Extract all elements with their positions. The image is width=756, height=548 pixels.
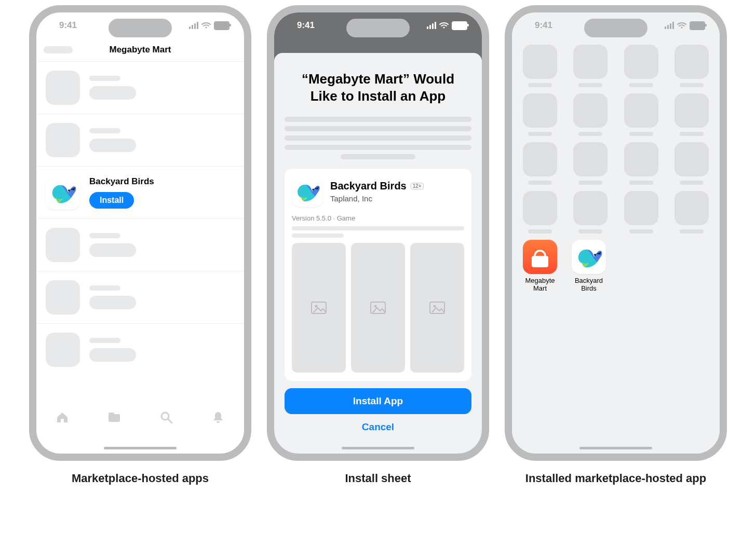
- home-icon[interactable]: [55, 410, 70, 424]
- status-time: 9:41: [297, 20, 315, 31]
- install-app-button[interactable]: Install App: [285, 388, 471, 414]
- app-icon-placeholder: [46, 333, 80, 367]
- app-placeholder[interactable]: [519, 191, 561, 234]
- app-list[interactable]: Backyard Birds Install: [36, 62, 244, 376]
- megabyte-mart-icon: [523, 240, 557, 274]
- caption: Marketplace-hosted apps: [72, 471, 209, 486]
- nav-title: Megabyte Mart: [109, 45, 171, 55]
- app-icon-placeholder: [46, 71, 80, 105]
- age-rating-badge: 12+: [411, 183, 424, 189]
- screenshot-carousel[interactable]: [292, 243, 464, 373]
- nav-bar: Megabyte Mart: [36, 38, 244, 62]
- app-icon-placeholder: [46, 123, 80, 157]
- backyard-birds-icon: [46, 175, 80, 210]
- home-indicator[interactable]: [342, 447, 414, 449]
- status-time: 9:41: [59, 20, 77, 31]
- list-item[interactable]: [36, 271, 244, 324]
- cancel-button[interactable]: Cancel: [285, 414, 471, 433]
- app-placeholder[interactable]: [620, 142, 662, 185]
- install-sheet: “Megabyte Mart” Would Like to Install an…: [274, 53, 482, 454]
- battery-icon: [452, 21, 467, 30]
- battery-icon: [690, 21, 705, 30]
- notifications-icon[interactable]: [211, 410, 225, 424]
- app-label: Backyard Birds: [568, 277, 610, 293]
- list-item[interactable]: [36, 324, 244, 376]
- signal-icon: [189, 22, 198, 29]
- list-item[interactable]: [36, 114, 244, 167]
- dynamic-island: [584, 19, 647, 37]
- caption: Install sheet: [345, 471, 411, 486]
- app-placeholder[interactable]: [671, 45, 712, 87]
- search-icon[interactable]: [159, 410, 173, 424]
- app-icon-placeholder: [46, 280, 80, 314]
- app-icon-placeholder: [46, 228, 80, 262]
- list-item[interactable]: [36, 219, 244, 271]
- sheet-title: “Megabyte Mart” Would Like to Install an…: [290, 71, 466, 104]
- publisher-label: Tapland, Inc: [330, 194, 464, 203]
- phone-home-screen: 9:41: [505, 5, 727, 461]
- phone-marketplace: 9:41 Megabyte Mart Backyard Birds: [29, 5, 251, 461]
- signal-icon: [427, 22, 436, 29]
- app-placeholder[interactable]: [671, 93, 712, 136]
- phone-install-sheet: 9:41 “Megabyte Mart” Would Like to Insta…: [267, 5, 489, 461]
- status-time: 9:41: [535, 20, 552, 31]
- svg-rect-6: [109, 413, 114, 415]
- home-screen-grid[interactable]: Megabyte Mart Backyard Birds: [512, 38, 720, 293]
- list-item-backyard-birds[interactable]: Backyard Birds Install: [36, 167, 244, 219]
- install-button[interactable]: Install: [89, 192, 134, 209]
- app-name-label: Backyard Birds: [89, 176, 154, 187]
- app-megabyte-mart[interactable]: Megabyte Mart: [519, 240, 561, 293]
- app-placeholder[interactable]: [570, 45, 611, 87]
- app-placeholder[interactable]: [570, 142, 611, 185]
- app-placeholder[interactable]: [519, 93, 561, 136]
- svg-point-7: [161, 413, 169, 420]
- sheet-description-placeholder: [285, 113, 471, 163]
- wifi-icon: [439, 22, 449, 29]
- battery-icon: [214, 21, 230, 30]
- app-label: Megabyte Mart: [519, 277, 561, 293]
- home-indicator[interactable]: [579, 447, 652, 449]
- app-backyard-birds[interactable]: Backyard Birds: [568, 240, 610, 293]
- app-placeholder[interactable]: [620, 93, 662, 136]
- signal-icon: [665, 22, 674, 29]
- app-description-placeholder: [292, 226, 464, 238]
- app-placeholder[interactable]: [519, 142, 561, 185]
- wifi-icon: [677, 22, 686, 29]
- app-placeholder[interactable]: [570, 191, 611, 234]
- app-placeholder[interactable]: [671, 191, 712, 234]
- app-placeholder[interactable]: [519, 45, 561, 87]
- screenshot-placeholder: [351, 243, 405, 373]
- wifi-icon: [201, 22, 211, 29]
- browse-icon[interactable]: [107, 410, 122, 424]
- app-placeholder[interactable]: [620, 45, 662, 87]
- app-card: Backyard Birds 12+ Tapland, Inc Version …: [285, 169, 471, 381]
- home-indicator[interactable]: [104, 447, 177, 449]
- app-placeholder[interactable]: [671, 142, 712, 185]
- backyard-birds-icon: [292, 176, 323, 207]
- backyard-birds-icon: [572, 240, 606, 274]
- dynamic-island: [109, 19, 172, 37]
- screenshot-placeholder: [410, 243, 464, 373]
- dynamic-island: [346, 19, 410, 37]
- app-placeholder[interactable]: [570, 93, 611, 136]
- app-name-label: Backyard Birds: [330, 180, 407, 192]
- svg-rect-5: [109, 414, 120, 422]
- tab-bar: [36, 404, 244, 454]
- app-meta-label: Version 5.5.0 · Game: [292, 214, 464, 222]
- list-item[interactable]: [36, 62, 244, 114]
- back-button[interactable]: [44, 46, 73, 53]
- screenshot-placeholder: [292, 243, 346, 373]
- app-placeholder[interactable]: [620, 191, 662, 234]
- caption: Installed marketplace-hosted app: [525, 471, 706, 486]
- svg-line-8: [168, 419, 172, 423]
